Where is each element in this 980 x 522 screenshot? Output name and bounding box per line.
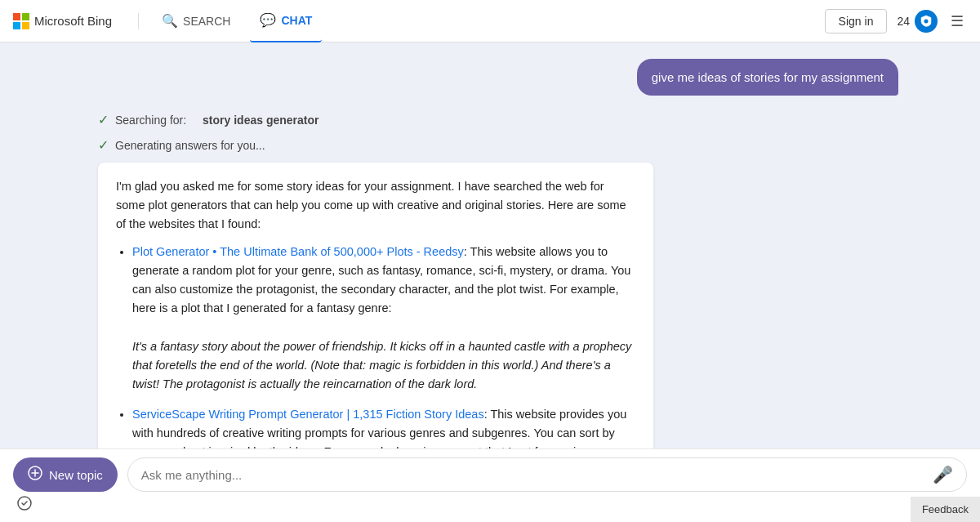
input-wrapper: 🎤 [127, 457, 967, 492]
status-item-2: ✓ Generating answers for you... [98, 137, 898, 153]
colon-1: : [464, 245, 470, 258]
menu-icon[interactable]: ☰ [947, 9, 967, 33]
microsoft-logo-icon [13, 13, 29, 29]
status-item-1: ✓ Searching for: story ideas generator [98, 112, 898, 127]
shield-icon [920, 15, 933, 28]
user-message-text: give me ideas of stories for my assignme… [652, 70, 884, 84]
nav-chat[interactable]: 💬 CHAT [250, 0, 322, 42]
link-plot-generator[interactable]: Plot Generator • The Ultimate Bank of 50… [132, 245, 464, 258]
new-topic-button[interactable]: New topic [13, 457, 118, 492]
bottom-bar: New topic 🎤 0/4000 ➤ [0, 448, 980, 522]
image-icon [16, 495, 33, 511]
image-upload-button[interactable] [16, 495, 33, 515]
status-bold-1: story ideas generator [203, 114, 318, 127]
bottom-row2: 0/4000 ➤ [13, 495, 967, 515]
status-prefix-1: Searching for: [115, 114, 186, 127]
sign-in-button[interactable]: Sign in [825, 9, 888, 33]
reward-icon[interactable] [915, 10, 938, 33]
logo-text: Microsoft Bing [34, 14, 112, 28]
item-1-example: It's a fantasy story about the power of … [132, 340, 631, 390]
sparkle-icon [28, 466, 42, 480]
reward-badge: 24 [897, 10, 938, 33]
header: Microsoft Bing 🔍 SEARCH 💬 CHAT Sign in 2… [0, 0, 980, 42]
list-item-1: Plot Generator • The Ultimate Bank of 50… [132, 243, 635, 395]
link-servicescape[interactable]: ServiceScape Writing Prompt Generator | … [132, 408, 484, 421]
feedback-button[interactable]: Feedback [911, 497, 980, 522]
chat-area: give me ideas of stories for my assignme… [0, 42, 980, 522]
list-item-2: ServiceScape Writing Prompt Generator | … [132, 405, 635, 448]
microphone-icon[interactable]: 🎤 [933, 465, 953, 484]
user-message-bubble: give me ideas of stories for my assignme… [637, 59, 898, 96]
nav-search[interactable]: 🔍 SEARCH [152, 0, 240, 42]
check-icon-2: ✓ [98, 137, 109, 153]
main-content: give me ideas of stories for my assignme… [0, 42, 980, 522]
new-topic-label: New topic [49, 468, 103, 482]
new-topic-icon [28, 466, 42, 484]
chat-input[interactable] [141, 468, 933, 482]
svg-point-0 [924, 19, 929, 23]
ai-response-card: I'm glad you asked me for some story ide… [98, 163, 653, 448]
input-row: New topic 🎤 [13, 457, 967, 492]
reward-count: 24 [897, 15, 910, 28]
search-nav-icon: 🔍 [162, 13, 178, 29]
nav-divider [138, 13, 139, 29]
nav-chat-label: CHAT [281, 14, 312, 27]
messages-container: give me ideas of stories for my assignme… [0, 42, 980, 448]
ai-items-list: Plot Generator • The Ultimate Bank of 50… [116, 243, 635, 448]
ai-intro-text: I'm glad you asked me for some story ide… [116, 177, 635, 234]
logo-area: Microsoft Bing [13, 13, 112, 29]
check-icon-1: ✓ [98, 112, 109, 127]
nav-search-label: SEARCH [183, 15, 230, 28]
chat-nav-icon: 💬 [260, 12, 276, 28]
status-prefix-2: Generating answers for you... [115, 139, 265, 152]
header-right: Sign in 24 ☰ [825, 9, 967, 33]
